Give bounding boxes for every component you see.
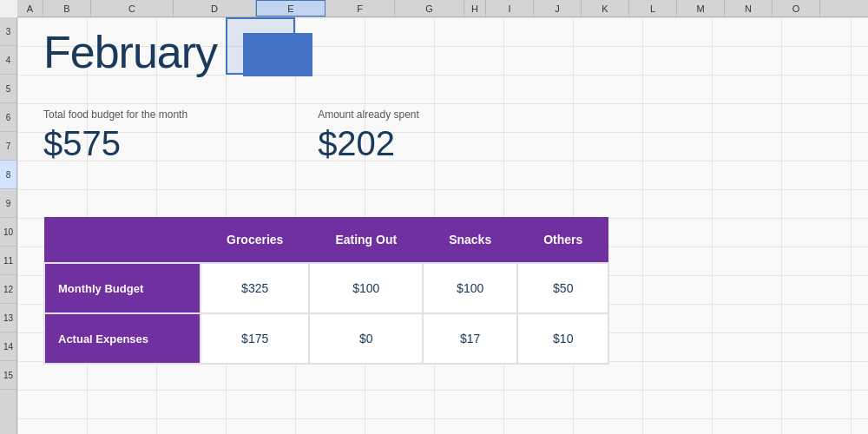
actual-expenses-others: $10 xyxy=(517,313,608,364)
row-num-7: 7 xyxy=(0,132,16,161)
row-num-3: 3 xyxy=(0,17,16,46)
actual-expenses-label: Actual Expenses xyxy=(44,313,201,364)
spreadsheet: A B C D E F G H I J K L M N O 3 4 5 6 7 … xyxy=(0,0,868,434)
row-num-11: 11 xyxy=(0,247,16,275)
budget-value: $575 xyxy=(43,124,187,163)
monthly-budget-label: Monthly Budget xyxy=(44,263,201,313)
spent-value: $202 xyxy=(318,124,419,163)
table-header-empty xyxy=(44,217,201,263)
actual-expenses-groceries: $175 xyxy=(201,313,309,364)
spreadsheet-body: 3 4 5 6 7 8 9 10 11 12 13 14 15 February xyxy=(0,17,868,434)
col-header-o: O xyxy=(773,0,820,16)
monthly-budget-groceries: $325 xyxy=(201,263,309,313)
col-header-b: B xyxy=(43,0,91,16)
row-num-5: 5 xyxy=(0,75,16,103)
col-headers: A B C D E F G H I J K L M N O xyxy=(17,0,868,17)
table-header-eating-out: Eating Out xyxy=(309,217,423,263)
col-header-e[interactable]: E xyxy=(256,0,326,16)
col-header-d: D xyxy=(174,0,256,16)
col-header-n: N xyxy=(725,0,773,16)
row-num-4: 4 xyxy=(0,46,16,75)
col-header-c: C xyxy=(91,0,174,16)
row-num-6: 6 xyxy=(0,103,16,132)
row-num-10: 10 xyxy=(0,218,16,247)
header-section: February xyxy=(43,26,312,78)
row-num-15: 15 xyxy=(0,361,16,390)
table-row-monthly-budget: Monthly Budget $325 $100 $100 $50 xyxy=(44,263,608,313)
col-header-m: M xyxy=(677,0,725,16)
col-header-g: G xyxy=(395,0,464,16)
stats-section: Total food budget for the month $575 Amo… xyxy=(43,108,419,163)
row-num-14: 14 xyxy=(0,332,16,361)
table-header-snacks: Snacks xyxy=(423,217,517,263)
month-title: February xyxy=(43,26,217,78)
table-header-others: Others xyxy=(517,217,608,263)
row-num-9: 9 xyxy=(0,189,16,218)
table-row-actual-expenses: Actual Expenses $175 $0 $17 $10 xyxy=(44,313,608,364)
grid-area[interactable]: February Total food budget for the month… xyxy=(17,17,868,434)
col-header-f: F xyxy=(326,0,395,16)
actual-expenses-snacks: $17 xyxy=(423,313,517,364)
col-header-a: A xyxy=(17,0,43,16)
row-num-13: 13 xyxy=(0,304,16,332)
budget-label: Total food budget for the month xyxy=(43,108,187,121)
col-header-i: I xyxy=(486,0,534,16)
monthly-budget-snacks: $100 xyxy=(423,263,517,313)
table-header-row: Groceries Eating Out Snacks Others xyxy=(44,217,608,263)
spent-label: Amount already spent xyxy=(318,108,419,121)
monthly-budget-eating-out: $100 xyxy=(309,263,423,313)
budget-stat-block: Total food budget for the month $575 xyxy=(43,108,187,163)
row-numbers: 3 4 5 6 7 8 9 10 11 12 13 14 15 xyxy=(0,17,17,434)
col-header-k: K xyxy=(582,0,629,16)
col-header-l: L xyxy=(629,0,677,16)
row-num-8: 8 xyxy=(0,161,16,189)
actual-expenses-eating-out: $0 xyxy=(309,313,423,364)
col-header-j: J xyxy=(534,0,582,16)
table-header-groceries: Groceries xyxy=(201,217,309,263)
monthly-budget-others: $50 xyxy=(517,263,608,313)
budget-table: Groceries Eating Out Snacks Others Month… xyxy=(43,217,609,365)
spent-stat-block: Amount already spent $202 xyxy=(318,108,419,163)
color-swatch xyxy=(243,33,312,76)
col-header-h: H xyxy=(464,0,486,16)
table-section: Groceries Eating Out Snacks Others Month… xyxy=(43,217,609,365)
row-num-12: 12 xyxy=(0,275,16,304)
